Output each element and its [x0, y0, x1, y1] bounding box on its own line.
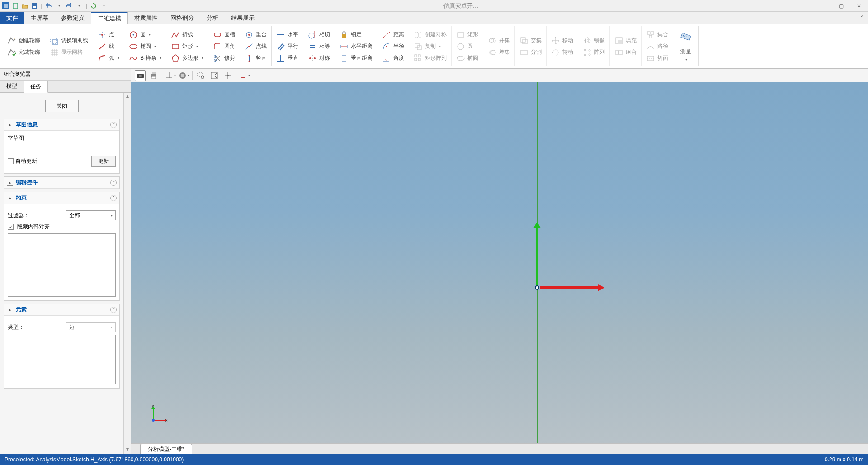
type-select[interactable]: 边 ▾	[66, 322, 116, 332]
redo-dropdown[interactable]: ▾	[75, 2, 83, 10]
tab-analysis[interactable]: 分析	[200, 12, 225, 24]
point-button[interactable]: 点	[96, 29, 121, 40]
split-button[interactable]: 分割	[518, 47, 543, 58]
zoom-window-tool[interactable]	[195, 70, 206, 81]
measure-button[interactable]: 测量▾	[676, 30, 696, 63]
parallel-button[interactable]: 平行	[274, 41, 300, 52]
redo-icon[interactable]	[65, 2, 73, 10]
constraints-list[interactable]	[8, 233, 116, 297]
diff-button[interactable]: 差集	[486, 47, 512, 58]
angle-button[interactable]: 角度	[380, 53, 406, 64]
hide-internal-checkbox[interactable]: ✓	[8, 224, 14, 230]
symmetric-button[interactable]: 对称	[306, 53, 332, 64]
tab-materials[interactable]: 材质属性	[128, 12, 164, 24]
panel-sketch-info-header[interactable]: ▸ 草图信息 ⌃	[4, 119, 119, 131]
auto-update-checkbox[interactable]	[8, 158, 14, 164]
ellipse-button[interactable]: 椭圆▾	[127, 41, 163, 52]
show-grid-button[interactable]: 显示网格	[48, 47, 90, 58]
new-icon[interactable]	[11, 2, 19, 10]
maximize-button[interactable]: ▢	[832, 0, 850, 12]
refresh-icon[interactable]	[90, 2, 98, 10]
camera-button[interactable]	[135, 70, 146, 81]
horizontal-c-button[interactable]: 水平	[274, 29, 300, 40]
viewport-3d[interactable]: y x	[131, 82, 868, 443]
finish-profile-button[interactable]: 完成轮廓	[5, 47, 42, 58]
doc-tab-model[interactable]: 分析模型-二维*	[140, 444, 192, 454]
combine-button[interactable]: 组合	[613, 47, 638, 58]
update-button[interactable]: 更新	[91, 156, 116, 167]
sidebar-scrollbar[interactable]: ▴ ▾	[123, 93, 131, 454]
minimize-button[interactable]: ─	[814, 0, 832, 12]
print-button[interactable]	[148, 70, 159, 81]
trim-button[interactable]: 修剪	[211, 53, 237, 64]
array-button[interactable]: 阵列	[581, 47, 607, 58]
undo-icon[interactable]	[45, 2, 53, 10]
close-button[interactable]: ✕	[850, 0, 868, 12]
collect-button[interactable]: 集合	[644, 29, 670, 40]
create-profile-button[interactable]: 创建轮廓	[5, 35, 42, 46]
filter-select[interactable]: 全部 ▾	[66, 210, 116, 220]
elements-list[interactable]	[8, 335, 116, 384]
lock-button[interactable]: 锁定	[338, 29, 374, 40]
refresh-dropdown[interactable]: ▾	[100, 2, 108, 10]
vdist-button[interactable]: 垂直距离	[338, 53, 374, 64]
copy-button[interactable]: 复制▾	[412, 41, 448, 52]
distance-button[interactable]: 距离	[380, 29, 406, 40]
tab-file[interactable]: 文件	[0, 12, 24, 24]
tab-results[interactable]: 结果展示	[225, 12, 261, 24]
app-icon[interactable]	[2, 2, 10, 10]
coord-tool[interactable]: ▾	[239, 70, 250, 81]
ellipse2-button[interactable]: 椭圆	[454, 53, 480, 64]
tab-home[interactable]: 主屏幕	[24, 12, 55, 24]
polyline-button[interactable]: 折线	[169, 29, 205, 40]
coincident-button[interactable]: 重合	[243, 29, 269, 40]
panel-expand-icon[interactable]: ⌃	[110, 180, 117, 186]
pan-tool[interactable]	[222, 70, 233, 81]
tab-2d-modeling[interactable]: 二维建模	[91, 12, 128, 24]
rect2-button[interactable]: 矩形	[454, 29, 480, 40]
toggle-aux-button[interactable]: 切换辅助线	[48, 35, 90, 46]
vertical-c-button[interactable]: 竖直	[243, 53, 269, 64]
intersect-button[interactable]: 交集	[518, 35, 543, 46]
open-icon[interactable]	[21, 2, 29, 10]
panel-constraints-header[interactable]: ▸ 约束 ⌃	[4, 192, 119, 204]
ribbon-expand-icon[interactable]: ⌃	[860, 14, 864, 21]
path-button[interactable]: 路径	[644, 41, 670, 52]
perpendicular-button[interactable]: 垂直	[274, 53, 300, 64]
equal-button[interactable]: 相等	[306, 41, 332, 52]
slot-button[interactable]: 圆槽	[211, 29, 237, 40]
axis-tool[interactable]: ▾	[165, 70, 176, 81]
move-button[interactable]: 移动	[549, 35, 575, 46]
fillet-button[interactable]: 圆角	[211, 41, 237, 52]
point-on-button[interactable]: 点线	[243, 41, 269, 52]
cut-button[interactable]: 切面	[644, 53, 670, 64]
save-icon[interactable]	[30, 2, 38, 10]
circle-button[interactable]: 圆▾	[127, 29, 163, 40]
panel-close-button[interactable]: 关闭	[45, 100, 79, 112]
style-tool[interactable]: ▾	[179, 70, 189, 81]
mirror-button[interactable]: 镜像	[581, 35, 607, 46]
tangent-button[interactable]: 相切	[306, 29, 332, 40]
line-button[interactable]: 线	[96, 41, 121, 52]
tab-mesh[interactable]: 网格剖分	[164, 12, 200, 24]
rectangle-button[interactable]: 矩形▾	[169, 41, 205, 52]
panel-expand-icon[interactable]: ⌃	[110, 122, 117, 128]
union-button[interactable]: 并集	[486, 35, 512, 46]
arc-button[interactable]: 弧▾	[96, 53, 121, 64]
sidebar-tab-task[interactable]: 任务	[24, 81, 48, 93]
radius-button[interactable]: 半径	[380, 41, 406, 52]
undo-dropdown[interactable]: ▾	[55, 2, 63, 10]
circle2-button[interactable]: 圆	[454, 41, 480, 52]
tab-params[interactable]: 参数定义	[55, 12, 91, 24]
rotate-button[interactable]: 转动	[549, 47, 575, 58]
fit-tool[interactable]	[209, 70, 220, 81]
hdist-button[interactable]: 水平距离	[338, 41, 374, 52]
panel-elements-header[interactable]: ▸ 元素 ⌃	[4, 304, 119, 316]
panel-expand-icon[interactable]: ⌃	[110, 195, 117, 201]
rect-array-button[interactable]: 矩形阵列	[412, 53, 448, 64]
panel-edit-controls-header[interactable]: ▸ 编辑控件 ⌃	[4, 177, 119, 189]
sidebar-tab-model[interactable]: 模型	[0, 81, 24, 92]
polygon-button[interactable]: 多边形▾	[169, 53, 205, 64]
create-sym-button[interactable]: 创建对称	[412, 29, 448, 40]
panel-expand-icon[interactable]: ⌃	[110, 307, 117, 313]
